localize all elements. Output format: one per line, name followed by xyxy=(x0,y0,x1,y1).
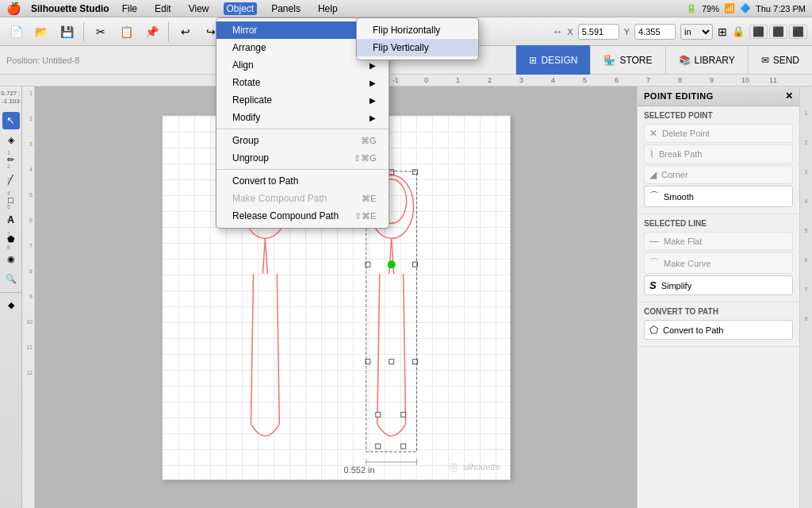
menu-object[interactable]: Object xyxy=(224,2,258,15)
coord-y-label: Y xyxy=(624,27,630,37)
grid-icon[interactable]: ⊞ xyxy=(718,25,727,38)
ruler-left: 123456789101112 xyxy=(22,87,35,508)
smooth-icon: ⌒ xyxy=(649,190,659,203)
delete-point-btn[interactable]: ✕ Delete Point xyxy=(644,124,793,143)
menu-edit[interactable]: Edit xyxy=(151,2,174,15)
menu-view[interactable]: View xyxy=(186,2,213,15)
align-icons: ⬛ ⬛ ⬛ xyxy=(749,25,807,39)
menu-rotate[interactable]: Rotate ▶ xyxy=(216,74,389,91)
svg-point-24 xyxy=(387,260,395,268)
menu-replicate[interactable]: Replicate ▶ xyxy=(216,91,389,109)
undo-btn[interactable]: ↩ xyxy=(174,21,197,42)
left-toolbox: 0.727 : -1.103 ↖ ◈ ✏ ╱ □ A ⬟ ◉ 🔍 ◆ 12345… xyxy=(0,87,22,508)
menu-sep1 xyxy=(216,129,389,129)
convert-section-title: Convert to Path xyxy=(644,307,793,316)
copy-btn[interactable]: 📋 xyxy=(115,21,137,42)
menu-help[interactable]: Help xyxy=(315,2,341,15)
transform-icon: ↔ xyxy=(552,25,562,37)
tool-sep xyxy=(0,292,21,293)
menu-release-compound[interactable]: Release Compound Path ⇧⌘E xyxy=(216,207,389,225)
svg-line-9 xyxy=(377,274,379,424)
make-curve-icon: ⌒ xyxy=(649,256,659,270)
battery-icon: 🔋 xyxy=(686,3,697,13)
make-curve-btn[interactable]: ⌒ Make Curve xyxy=(644,252,793,274)
flip-vertically[interactable]: Flip Vertically xyxy=(357,39,478,56)
make-flat-icon: — xyxy=(649,236,659,247)
new-btn[interactable]: 📄 xyxy=(5,21,27,42)
svg-rect-20 xyxy=(375,412,380,417)
eraser-tool[interactable]: ◉ xyxy=(2,251,20,268)
point-edit-tool[interactable]: ◆ xyxy=(2,297,20,314)
align-left-icon[interactable]: ⬛ xyxy=(749,25,768,39)
battery-pct: 79% xyxy=(702,4,719,13)
menu-items: File Edit View Object Panels Help xyxy=(119,2,341,15)
convert-to-path-btn[interactable]: ⬠ Convert to Path xyxy=(644,320,793,340)
tab-send[interactable]: ✉ SEND xyxy=(748,45,812,75)
mirror-submenu: Flip Horizontally Flip Vertically xyxy=(356,17,479,60)
coord-y-input[interactable] xyxy=(634,24,676,40)
cut-btn[interactable]: ✂ xyxy=(90,21,112,42)
selected-line-section: Selected Line — Make Flat ⌒ Make Curve S… xyxy=(638,214,799,302)
coord-bar: ↔ X Y inmmcm ⊞ 🔒 ⬛ ⬛ ⬛ xyxy=(552,24,807,40)
top-panel-tabs: ⊞ DESIGN 🏪 STORE 📚 LIBRARY ✉ SEND xyxy=(515,45,812,75)
apple-menu[interactable]: 🍎 xyxy=(6,2,21,16)
sep2 xyxy=(168,22,169,41)
svg-line-4 xyxy=(277,274,279,424)
ruler-horizontal: -6 -5 -4 -3 -2 -1 0 1 2 3 4 5 6 7 8 9 10… xyxy=(0,75,812,87)
bluetooth-icon: 🔷 xyxy=(740,3,751,13)
selected-point-section: Selected Point ✕ Delete Point ⌇ Break Pa… xyxy=(638,106,799,214)
coord-x-input[interactable] xyxy=(578,24,619,40)
lock-icon[interactable]: 🔒 xyxy=(732,25,745,37)
select-tool[interactable]: ↖ xyxy=(2,112,20,129)
zoom-tool[interactable]: 🔍 xyxy=(2,271,20,288)
menubar-right: 🔋 79% 📶 🔷 Thu 7:23 PM xyxy=(686,3,806,13)
svg-line-10 xyxy=(403,274,405,424)
align-arrow: ▶ xyxy=(370,61,376,70)
tab-store[interactable]: 🏪 STORE xyxy=(590,45,665,75)
svg-rect-22 xyxy=(375,444,380,448)
main-area: 0.727 : -1.103 ↖ ◈ ✏ ╱ □ A ⬟ ◉ 🔍 ◆ 12345… xyxy=(0,87,812,508)
break-path-btn[interactable]: ⌇ Break Path xyxy=(644,144,793,164)
svg-line-3 xyxy=(251,274,253,424)
flip-horizontally[interactable]: Flip Horizontally xyxy=(357,21,478,39)
align-right-icon[interactable]: ⬛ xyxy=(789,25,807,39)
app-name: Silhouette Studio xyxy=(31,3,109,14)
tab-design[interactable]: ⊞ DESIGN xyxy=(515,45,590,75)
tab-library[interactable]: 📚 LIBRARY xyxy=(665,45,748,75)
align-center-icon[interactable]: ⬛ xyxy=(769,25,787,39)
panel-close-btn[interactable]: ✕ xyxy=(785,90,793,102)
corner-btn[interactable]: ◢ Corner xyxy=(644,165,793,184)
menu-bar: 🍎 Silhouette Studio File Edit View Objec… xyxy=(0,0,812,17)
make-flat-btn[interactable]: — Make Flat xyxy=(644,232,793,251)
menu-panels[interactable]: Panels xyxy=(268,2,304,15)
selected-point-title: Selected Point xyxy=(644,111,793,120)
save-btn[interactable]: 💾 xyxy=(56,21,78,42)
silhouette-logo-icon: ◎ xyxy=(449,460,458,473)
clock: Thu 7:23 PM xyxy=(756,4,806,13)
menu-modify[interactable]: Modify ▶ xyxy=(216,109,389,126)
svg-rect-23 xyxy=(400,444,405,448)
right-numbers-strip: 12345678 xyxy=(799,87,812,508)
doc-title: Position: Untitled-8 xyxy=(0,56,79,65)
rotate-arrow: ▶ xyxy=(370,79,376,87)
coord-x-label: X xyxy=(567,27,573,37)
node-tool[interactable]: ◈ xyxy=(2,132,20,149)
menu-ungroup[interactable]: Ungroup ⇧⌘G xyxy=(216,149,389,167)
open-btn[interactable]: 📂 xyxy=(30,21,52,42)
unit-select[interactable]: inmmcm xyxy=(680,24,713,40)
smooth-btn[interactable]: ⌒ Smooth xyxy=(644,186,793,207)
svg-line-8 xyxy=(391,238,393,274)
svg-rect-13 xyxy=(389,169,393,174)
sep1 xyxy=(83,22,84,41)
paste-btn[interactable]: 📌 xyxy=(140,21,163,42)
svg-rect-18 xyxy=(389,359,393,364)
delete-point-icon: ✕ xyxy=(649,128,657,139)
replicate-arrow: ▶ xyxy=(370,96,376,105)
menu-convert-path[interactable]: Convert to Path xyxy=(216,172,389,190)
wifi-icon: 📶 xyxy=(724,3,735,13)
menu-group[interactable]: Group ⌘G xyxy=(216,132,389,149)
simplify-btn[interactable]: S Simplify xyxy=(644,275,793,295)
svg-rect-21 xyxy=(400,412,405,417)
menu-file[interactable]: File xyxy=(119,2,140,15)
svg-line-1 xyxy=(262,238,265,274)
